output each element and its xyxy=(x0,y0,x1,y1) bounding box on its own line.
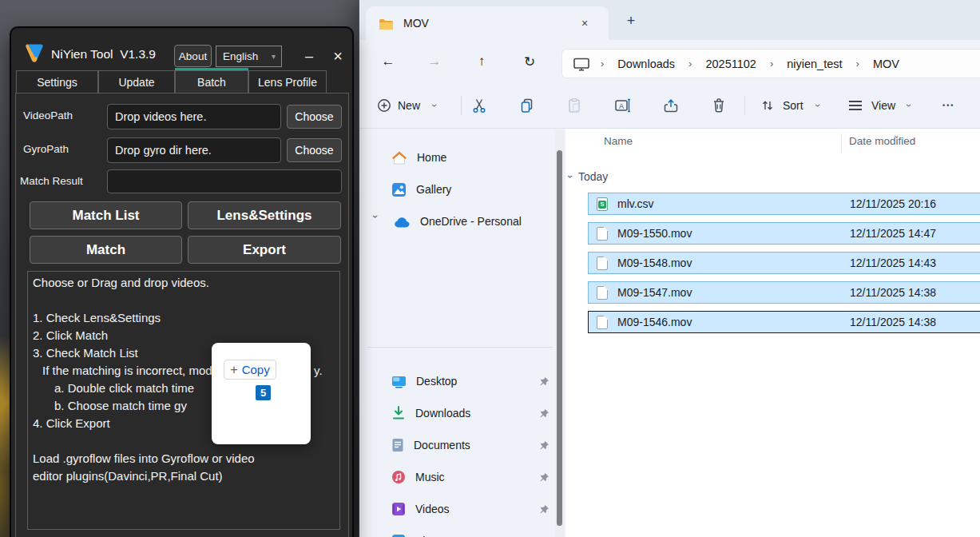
view-icon[interactable] xyxy=(848,95,863,116)
onedrive-expand-chevron-icon[interactable]: › xyxy=(370,211,381,222)
pin-icon[interactable] xyxy=(539,472,550,483)
column-divider[interactable] xyxy=(841,133,842,153)
videos-icon xyxy=(391,502,406,516)
lens-settings-button[interactable]: Lens&Settings xyxy=(188,201,341,229)
sidebar-item-gallery[interactable]: Gallery xyxy=(391,177,550,202)
file-list-pane: Name › Date modified › Today S mlv.csv 1… xyxy=(565,129,980,537)
pin-icon[interactable] xyxy=(539,504,550,515)
paste-icon[interactable] xyxy=(565,95,584,116)
videopath-input[interactable]: Drop videos here. xyxy=(107,104,281,129)
pin-icon[interactable] xyxy=(539,408,550,419)
pin-icon[interactable] xyxy=(539,440,550,451)
match-result-input[interactable] xyxy=(107,169,342,193)
address-bar: ← → ↑ ↻ › Downloads › 20251102 › niyien_… xyxy=(359,40,980,83)
new-tab-button[interactable]: + xyxy=(623,13,639,29)
home-icon xyxy=(391,150,407,165)
see-more-icon[interactable]: ••• xyxy=(942,95,954,116)
file-date: 12/11/2025 14:38 xyxy=(850,286,936,299)
breadcrumb: › Downloads › 20251102 › niyien_test › M… xyxy=(561,49,980,78)
file-row[interactable]: M09-1550.mov 12/11/2025 14:47 xyxy=(588,222,980,245)
instruction-line: Load .gyroflow files into Gyroflow or vi… xyxy=(33,450,335,467)
sidebar-item-label: Desktop xyxy=(416,375,457,388)
sidebar-item-videos[interactable]: Videos xyxy=(391,496,550,522)
tab-settings[interactable]: Settings xyxy=(16,70,98,93)
group-collapse-chevron-icon[interactable]: › xyxy=(565,175,576,178)
share-icon[interactable] xyxy=(661,95,680,116)
about-button[interactable]: About xyxy=(174,45,212,67)
sidebar-scrollbar[interactable] xyxy=(555,130,565,537)
sort-button[interactable]: Sort xyxy=(783,95,803,116)
copy-icon[interactable] xyxy=(518,95,537,116)
onedrive-icon xyxy=(391,216,411,228)
documents-icon xyxy=(391,438,404,452)
pin-icon[interactable] xyxy=(539,376,550,387)
minimize-button[interactable]: – xyxy=(299,46,319,66)
this-pc-icon[interactable] xyxy=(573,57,590,71)
sidebar-item-music[interactable]: Music xyxy=(391,464,550,490)
videopath-choose-button[interactable]: Choose xyxy=(287,105,342,129)
instruction-blank-line xyxy=(33,292,335,309)
forward-icon[interactable]: → xyxy=(423,50,446,73)
back-icon[interactable]: ← xyxy=(376,50,400,73)
gyropath-input[interactable]: Drop gyro dir here. xyxy=(107,137,281,163)
file-row[interactable]: S mlv.csv 12/11/2025 20:16 xyxy=(588,193,980,215)
file-row[interactable]: M09-1546.mov 12/11/2025 14:38 xyxy=(588,311,980,333)
folder-icon xyxy=(379,18,394,30)
explorer-tab[interactable]: MOV × xyxy=(366,6,609,40)
svg-text:A: A xyxy=(619,102,624,110)
delete-icon[interactable] xyxy=(709,95,728,116)
breadcrumb-item-niyien-test[interactable]: niyien_test xyxy=(784,58,845,70)
breadcrumb-item-downloads[interactable]: Downloads xyxy=(614,58,678,70)
breadcrumb-item-mov[interactable]: MOV xyxy=(870,58,903,70)
sidebar-item-onedrive[interactable]: OneDrive - Personal xyxy=(391,209,550,234)
breadcrumb-separator-icon: › xyxy=(590,58,614,70)
up-icon[interactable]: ↑ xyxy=(470,50,494,73)
cut-icon[interactable] xyxy=(470,95,489,116)
batch-tab-panel: VideoPath Drop videos here. Choose GyroP… xyxy=(15,93,349,537)
sidebar-item-downloads[interactable]: Downloads xyxy=(391,400,550,426)
language-dropdown[interactable]: English ▾ xyxy=(216,46,282,67)
gyropath-label: GyroPath xyxy=(23,143,69,155)
view-chevron-icon[interactable]: › xyxy=(907,95,911,116)
sidebar-item-label: Downloads xyxy=(415,407,470,420)
sort-icon[interactable] xyxy=(760,95,775,116)
sort-chevron-icon[interactable]: › xyxy=(816,95,819,116)
tab-update[interactable]: Update xyxy=(98,70,175,93)
file-name: M09-1548.mov xyxy=(617,257,692,269)
match-list-button[interactable]: Match List xyxy=(30,201,182,229)
new-chevron-icon[interactable]: › xyxy=(433,95,436,116)
file-date: 12/11/2025 14:43 xyxy=(850,257,936,269)
tab-batch[interactable]: Batch xyxy=(175,70,248,93)
tab-title: MOV xyxy=(403,17,429,30)
refresh-icon[interactable]: ↻ xyxy=(518,50,542,73)
gallery-icon xyxy=(391,182,407,197)
new-button[interactable]: New xyxy=(398,95,420,116)
tab-label: Update xyxy=(118,76,154,89)
match-button[interactable]: Match xyxy=(30,236,182,264)
rename-icon[interactable]: A xyxy=(613,95,633,116)
tab-lens-profile[interactable]: Lens Profile xyxy=(248,70,327,93)
sidebar-scrollbar-thumb[interactable] xyxy=(557,150,562,526)
new-plus-icon[interactable] xyxy=(377,95,391,116)
gyropath-choose-button[interactable]: Choose xyxy=(287,138,342,162)
file-row[interactable]: M09-1548.mov 12/11/2025 14:43 xyxy=(588,252,980,274)
downloads-icon xyxy=(391,406,406,420)
breadcrumb-item-date-folder[interactable]: 20251102 xyxy=(702,58,759,70)
tab-close-icon[interactable]: × xyxy=(577,15,593,31)
music-icon xyxy=(391,470,406,484)
export-button[interactable]: Export xyxy=(188,236,341,264)
breadcrumb-separator-icon: › xyxy=(678,58,702,70)
column-header-name[interactable]: Name xyxy=(604,135,633,147)
sidebar-item-desktop[interactable]: Desktop xyxy=(391,368,550,394)
close-button[interactable]: × xyxy=(327,46,348,66)
column-header-date-modified[interactable]: Date modified xyxy=(849,135,915,147)
group-header-today[interactable]: › Today xyxy=(569,168,608,185)
file-name: M09-1550.mov xyxy=(617,227,692,240)
sidebar-item-pictures[interactable]: Pictures xyxy=(391,528,550,537)
view-button[interactable]: View xyxy=(871,95,895,116)
csv-file-icon: S xyxy=(597,197,608,211)
sidebar-item-home[interactable]: Home xyxy=(391,145,550,170)
desktop-icon xyxy=(391,375,407,388)
sidebar-item-documents[interactable]: Documents xyxy=(391,432,550,458)
file-row[interactable]: M09-1547.mov 12/11/2025 14:38 xyxy=(588,281,980,304)
